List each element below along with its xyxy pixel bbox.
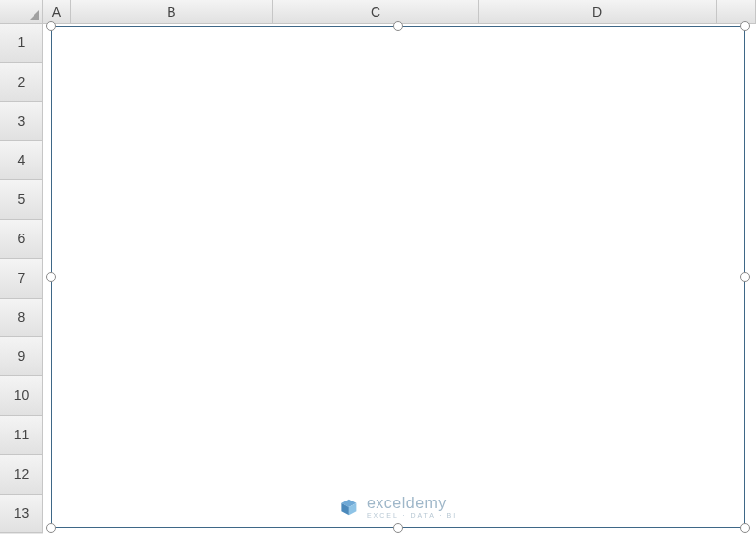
resize-handle-top-left[interactable] bbox=[46, 21, 56, 31]
row-header[interactable]: 7 bbox=[0, 259, 43, 299]
resize-handle-bottom-left[interactable] bbox=[46, 523, 56, 533]
row-header[interactable]: 13 bbox=[0, 495, 43, 534]
row-header[interactable]: 11 bbox=[0, 416, 43, 455]
watermark-main: exceldemy bbox=[367, 495, 457, 512]
row-header[interactable]: 10 bbox=[0, 376, 43, 416]
row-header[interactable]: 6 bbox=[0, 220, 43, 259]
row-header[interactable]: 5 bbox=[0, 180, 43, 220]
column-header-a[interactable]: A bbox=[43, 0, 71, 23]
cube-icon bbox=[339, 498, 359, 517]
resize-handle-top-middle[interactable] bbox=[393, 21, 403, 31]
cells-area[interactable]: exceldemy EXCEL · DATA · BI bbox=[43, 24, 756, 534]
column-header-d[interactable]: D bbox=[479, 0, 717, 23]
grid-body: 1 2 3 4 5 6 7 8 9 10 11 12 13 bbox=[0, 24, 756, 534]
row-header[interactable]: 12 bbox=[0, 455, 43, 495]
resize-handle-middle-left[interactable] bbox=[46, 272, 56, 282]
resize-handle-bottom-middle[interactable] bbox=[393, 523, 403, 533]
row-header[interactable]: 1 bbox=[0, 24, 43, 63]
column-header-e[interactable] bbox=[717, 0, 756, 23]
spreadsheet-grid: A B C D 1 2 3 4 5 6 7 8 9 10 11 12 13 bbox=[0, 0, 756, 534]
column-header-c[interactable]: C bbox=[273, 0, 479, 23]
row-header[interactable]: 9 bbox=[0, 337, 43, 376]
resize-handle-middle-right[interactable] bbox=[740, 272, 750, 282]
watermark-text: exceldemy EXCEL · DATA · BI bbox=[367, 495, 457, 519]
watermark-sub: EXCEL · DATA · BI bbox=[367, 512, 457, 519]
row-header[interactable]: 3 bbox=[0, 102, 43, 142]
row-header[interactable]: 4 bbox=[0, 141, 43, 180]
column-header-b[interactable]: B bbox=[71, 0, 273, 23]
row-header[interactable]: 8 bbox=[0, 299, 43, 338]
row-headers-column: 1 2 3 4 5 6 7 8 9 10 11 12 13 bbox=[0, 24, 43, 534]
resize-handle-bottom-right[interactable] bbox=[740, 523, 750, 533]
watermark: exceldemy EXCEL · DATA · BI bbox=[339, 495, 457, 519]
row-header[interactable]: 2 bbox=[0, 63, 43, 102]
column-headers-row: A B C D bbox=[0, 0, 756, 24]
select-all-button[interactable] bbox=[0, 0, 43, 24]
embedded-chart-object[interactable]: exceldemy EXCEL · DATA · BI bbox=[51, 26, 745, 528]
resize-handle-top-right[interactable] bbox=[740, 21, 750, 31]
